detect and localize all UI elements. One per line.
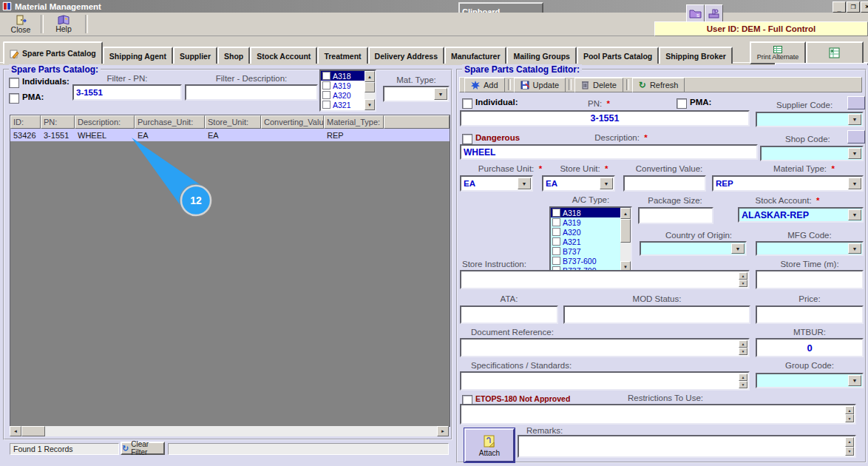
dropdown-arrow-icon[interactable]: ▼ bbox=[848, 148, 861, 159]
pma-filter-checkbox[interactable] bbox=[9, 93, 19, 104]
schedule-tool-button[interactable]: s bbox=[686, 4, 705, 22]
table-horizontal-scrollbar[interactable]: ◄ ► bbox=[10, 426, 449, 436]
clear-filter-button[interactable]: ↻ Clear Filter bbox=[121, 442, 165, 455]
refresh-button[interactable]: ↻ Refresh bbox=[632, 78, 685, 92]
remarks-input[interactable]: ▲▼ bbox=[518, 435, 856, 458]
export-excel-button[interactable] bbox=[806, 41, 864, 64]
print-alternate-button[interactable]: Print Alternate bbox=[750, 41, 806, 64]
shop-lookup-button[interactable] bbox=[847, 130, 865, 143]
column-header[interactable]: Store_Unit: bbox=[205, 115, 261, 129]
material-type-dropdown[interactable]: REP ▼ bbox=[712, 175, 864, 192]
package-size-input[interactable] bbox=[638, 207, 713, 224]
supplier-code-dropdown[interactable]: ▼ bbox=[756, 112, 864, 127]
store-instruction-input[interactable]: ▲▼ bbox=[460, 270, 750, 289]
spinner-control[interactable]: ▲▼ bbox=[739, 272, 747, 287]
close-button[interactable]: Close bbox=[4, 14, 37, 34]
country-of-origin-dropdown[interactable]: ▼ bbox=[640, 241, 747, 256]
list-item[interactable]: A321 bbox=[551, 237, 631, 246]
restore-button[interactable]: ❒ bbox=[847, 1, 860, 13]
tab-delivery-address[interactable]: Delivery Address bbox=[368, 47, 444, 64]
dropdown-arrow-icon[interactable]: ▼ bbox=[518, 178, 531, 189]
column-header[interactable]: ID: bbox=[10, 115, 41, 129]
list-item[interactable]: A319 bbox=[551, 217, 631, 227]
mod-status-input[interactable] bbox=[563, 305, 750, 324]
column-header[interactable]: Material_Type: bbox=[324, 115, 384, 129]
checkbox-icon[interactable] bbox=[322, 91, 330, 99]
checkbox-icon[interactable] bbox=[552, 247, 560, 255]
ac-type-listbox[interactable]: A318 A319 A320 A321 B737 B737-600 B737-7… bbox=[549, 206, 632, 274]
scroll-left-icon[interactable]: ◄ bbox=[10, 426, 21, 436]
scroll-down-icon[interactable]: ▼ bbox=[365, 99, 375, 110]
help-button[interactable]: Help bbox=[46, 14, 81, 34]
supplier-lookup-button[interactable] bbox=[847, 96, 865, 109]
checkbox-icon[interactable] bbox=[552, 237, 560, 246]
tab-shipping-agent[interactable]: Shipping Agent bbox=[103, 47, 173, 64]
scrollbar-thumb[interactable] bbox=[620, 219, 631, 243]
checkbox-icon[interactable] bbox=[322, 72, 330, 80]
minimize-button[interactable]: _ bbox=[833, 1, 846, 13]
list-item[interactable]: B737 bbox=[551, 246, 631, 256]
list-item[interactable]: B737-600 bbox=[551, 256, 631, 266]
checkbox-icon[interactable] bbox=[552, 218, 560, 226]
checkbox-icon[interactable] bbox=[552, 257, 560, 265]
add-button[interactable]: Add bbox=[464, 78, 505, 92]
specifications-input[interactable]: ▲▼ bbox=[460, 371, 750, 391]
tab-manufacturer[interactable]: Manufacturer bbox=[444, 47, 507, 64]
scroll-up-icon[interactable]: ▲ bbox=[365, 71, 375, 82]
filter-pn-input[interactable]: 3-1551 bbox=[72, 84, 182, 101]
tab-shipping-broker[interactable]: Shipping Broker bbox=[659, 47, 733, 64]
filter-description-input[interactable] bbox=[185, 84, 318, 101]
tab-treatment[interactable]: Treatment bbox=[317, 47, 367, 64]
filter-ac-type-listbox[interactable]: A318 A319 A320 A321 ▲ ▼ bbox=[319, 70, 376, 112]
scrollbar-control[interactable]: ▲▼ bbox=[845, 406, 854, 422]
store-unit-dropdown[interactable]: EA ▼ bbox=[542, 175, 615, 192]
listbox-scrollbar[interactable]: ▲ ▼ bbox=[365, 71, 375, 110]
spinner-control[interactable]: ▲▼ bbox=[845, 437, 854, 456]
spinner-control[interactable]: ▲▼ bbox=[739, 374, 747, 388]
ata-input[interactable] bbox=[460, 305, 558, 324]
purchase-unit-dropdown[interactable]: EA ▼ bbox=[460, 175, 533, 192]
mtbur-input[interactable]: 0 bbox=[756, 338, 864, 357]
checkbox-icon[interactable] bbox=[322, 101, 330, 109]
column-header[interactable]: PN: bbox=[41, 115, 75, 129]
description-input[interactable]: WHEEL bbox=[460, 144, 758, 160]
tab-spare-parts-catalog[interactable]: Spare Parts Catalog bbox=[3, 41, 103, 64]
dropdown-arrow-icon[interactable]: ▼ bbox=[848, 114, 861, 125]
pn-input[interactable]: 3-1551 bbox=[460, 110, 750, 126]
dropdown-arrow-icon[interactable]: ▼ bbox=[731, 243, 745, 254]
price-input[interactable] bbox=[756, 305, 864, 324]
column-header[interactable]: Purchase_Unit: bbox=[135, 115, 205, 129]
table-row[interactable]: 53426 3-1551 WHEEL EA EA REP bbox=[10, 129, 450, 141]
document-reference-input[interactable]: ▲▼ bbox=[460, 338, 750, 357]
update-button[interactable]: Update bbox=[514, 78, 566, 92]
dropdown-arrow-icon[interactable]: ▼ bbox=[848, 209, 861, 220]
pma-checkbox[interactable] bbox=[677, 98, 687, 109]
dropdown-arrow-icon[interactable]: ▼ bbox=[848, 178, 861, 189]
tab-supplier[interactable]: Supplier bbox=[173, 47, 217, 64]
dropdown-arrow-icon[interactable]: ▼ bbox=[848, 375, 861, 386]
results-table[interactable]: ID: PN: Description: Purchase_Unit: Stor… bbox=[10, 115, 450, 427]
spinner-control[interactable]: ▲▼ bbox=[739, 340, 747, 355]
attach-button[interactable]: Attach bbox=[464, 428, 515, 462]
stock-account-dropdown[interactable]: ALASKAR-REP ▼ bbox=[738, 207, 864, 223]
dropdown-arrow-icon[interactable]: ▼ bbox=[434, 88, 447, 100]
group-code-dropdown[interactable]: ▼ bbox=[756, 373, 864, 388]
mat-type-dropdown[interactable]: ▼ bbox=[383, 86, 450, 102]
tab-stock-account[interactable]: Stock Account bbox=[250, 47, 317, 64]
delete-button[interactable]: Delete bbox=[574, 78, 623, 92]
dropdown-arrow-icon[interactable]: ▼ bbox=[600, 178, 613, 189]
tab-mailing-groups[interactable]: Mailing Groups bbox=[506, 47, 576, 64]
scroll-right-icon[interactable]: ► bbox=[437, 426, 449, 436]
list-item[interactable]: A318 bbox=[551, 208, 631, 217]
mfg-code-dropdown[interactable]: ▼ bbox=[756, 241, 864, 256]
tab-shop[interactable]: Shop bbox=[217, 47, 250, 64]
scrollbar-thumb[interactable] bbox=[365, 82, 375, 92]
scroll-up-icon[interactable]: ▲ bbox=[620, 208, 631, 219]
shop-code-dropdown[interactable]: ▼ bbox=[760, 146, 864, 161]
dropdown-arrow-icon[interactable]: ▼ bbox=[848, 243, 861, 254]
converting-value-input[interactable] bbox=[623, 175, 706, 192]
list-item[interactable]: A320 bbox=[551, 227, 631, 237]
restrictions-input[interactable]: ▲▼ bbox=[460, 404, 856, 425]
checkbox-icon[interactable] bbox=[552, 228, 560, 236]
close-window-button[interactable]: × bbox=[861, 1, 868, 13]
